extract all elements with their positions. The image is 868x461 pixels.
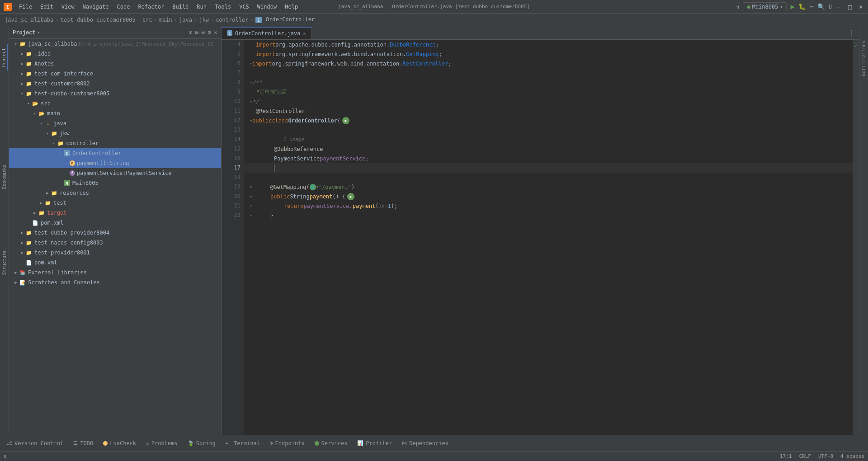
run-config-btn[interactable]: ● Main8005 ▾ (743, 2, 787, 11)
search-everywhere[interactable]: 🔍 (817, 3, 825, 10)
arrow-test[interactable]: ▶ (38, 201, 44, 205)
tab-close[interactable]: × (303, 31, 306, 36)
tab-more-btn[interactable]: ⋮ (844, 28, 859, 37)
arrow-java[interactable]: ▾ (38, 121, 44, 126)
vcs-icon[interactable]: ⇅ (736, 4, 739, 10)
breadcrumb-java[interactable]: java (179, 17, 192, 23)
collapse-icon[interactable]: ⊟ (202, 29, 205, 36)
tree-pom-root[interactable]: 📄 pom.xml (9, 258, 221, 268)
menu-view[interactable]: View (58, 3, 78, 11)
menu-navigate[interactable]: Navigate (79, 3, 113, 11)
tree-resources[interactable]: ▶ 📁 resources (9, 188, 221, 198)
breadcrumb-main[interactable]: main (159, 17, 172, 23)
close-btn[interactable]: × (857, 3, 864, 10)
arrow-jkw[interactable]: ▾ (44, 131, 51, 136)
tree-src[interactable]: ▾ 📂 src (9, 99, 221, 108)
project-chevron[interactable]: ▾ (38, 30, 40, 35)
minimize-btn[interactable]: − (835, 3, 843, 10)
tree-provider8001[interactable]: ▶ 📁 test-provider8001 (9, 248, 221, 258)
breadcrumb-module[interactable]: test-dubbo-customer8005 (61, 17, 136, 23)
menu-vcs[interactable]: VCS (236, 3, 253, 11)
debug-button[interactable]: 🐛 (798, 3, 806, 10)
arrow-controller[interactable]: ▾ (51, 141, 57, 146)
breadcrumb-src[interactable]: src (142, 17, 152, 23)
arrow-main[interactable]: ▾ (32, 111, 38, 116)
right-scroll-gutter[interactable]: ✓ (853, 40, 859, 435)
tree-test[interactable]: ▶ 📁 test (9, 198, 221, 208)
menu-tools[interactable]: Tools (211, 3, 235, 11)
tree-com-interface[interactable]: ▶ 📁 test-com-interface (9, 69, 221, 79)
menu-refactor[interactable]: Refactor (134, 3, 168, 11)
git-icon[interactable]: ⇅ (4, 453, 7, 459)
arrow-anotes[interactable]: ▶ (19, 61, 25, 66)
tab-dependencies[interactable]: ⋈ Dependencies (397, 437, 453, 450)
arrow-customer8002[interactable]: ▶ (19, 81, 25, 86)
code-content[interactable]: import org.apache.dubbo.config.annotatio… (244, 40, 853, 435)
tab-terminal[interactable]: ▸_ Terminal (221, 437, 264, 450)
arrow-target[interactable]: ▶ (32, 211, 38, 215)
arrow-com-interface[interactable]: ▶ (19, 71, 25, 76)
tab-luacheck[interactable]: LuaCheck (99, 437, 141, 450)
breadcrumb-jkw[interactable]: jkw (199, 17, 209, 23)
arrow-provider8004[interactable]: ▶ (19, 230, 25, 235)
menu-run[interactable]: Run (193, 3, 210, 11)
menu-help[interactable]: Help (281, 3, 302, 11)
tab-services[interactable]: Services (310, 437, 352, 450)
locate-icon[interactable]: ⊙ (189, 29, 193, 36)
left-tab-bookmarks[interactable]: Bookmarks (1, 161, 8, 193)
tab-problems[interactable]: ⚠ Problems (142, 437, 182, 450)
maximize-btn[interactable]: □ (846, 3, 854, 10)
tab-order-controller[interactable]: C OrderController.java × (222, 27, 312, 39)
breadcrumb-class[interactable]: C OrderController (255, 16, 315, 23)
arrow-provider8001[interactable]: ▶ (19, 250, 25, 255)
tree-payment-service-field[interactable]: f paymentService:PaymentService (9, 168, 221, 178)
arrow-nacos8003[interactable]: ▶ (19, 240, 25, 245)
arrow-external-libs[interactable]: ▶ (13, 270, 19, 275)
tree-target[interactable]: ▶ 📁 target (9, 208, 221, 218)
tree-dubbo-customer8005[interactable]: ▾ 📁 test-dubbo-customer8005 (9, 89, 221, 99)
tree-pom-dubbo[interactable]: 📄 pom.xml (9, 218, 221, 228)
arrow-src[interactable]: ▾ (25, 101, 32, 106)
tree-provider8004[interactable]: ▶ 📁 test-dubbo-provider8004 (9, 228, 221, 238)
arrow-idea[interactable]: ▶ (19, 52, 25, 56)
tree-scratches[interactable]: ▶ 📝 Scratches and Consoles (9, 278, 221, 287)
tree-idea[interactable]: ▶ 📁 .idea (9, 49, 221, 59)
menu-window[interactable]: Window (254, 3, 280, 11)
tree-jkw[interactable]: ▾ 📁 jkw (9, 128, 221, 138)
tree-order-controller[interactable]: ▾ C OrderController (9, 148, 221, 158)
tree-customer8002[interactable]: ▶ 📁 test-customer8002 (9, 79, 221, 89)
tree-anotes[interactable]: ▶ 📁 Anotes (9, 59, 221, 69)
tree-root[interactable]: ▾ 📁 java_sc_alibaba D:\A_projects\java_3… (9, 39, 221, 49)
menu-build[interactable]: Build (169, 3, 192, 11)
tab-spring[interactable]: 🍃 Spring (183, 437, 220, 450)
tree-controller[interactable]: ▾ 📁 controller (9, 138, 221, 148)
menu-edit[interactable]: Edit (37, 3, 57, 11)
arrow-root[interactable]: ▾ (13, 42, 19, 46)
project-dropdown[interactable]: Project ▾ (13, 29, 40, 36)
menu-code[interactable]: Code (113, 3, 134, 11)
arrow-scratches[interactable]: ▶ (13, 280, 19, 285)
toolbar-more[interactable]: ⋯ (809, 2, 814, 11)
close-panel-icon[interactable]: × (214, 29, 217, 36)
breadcrumb-controller[interactable]: controller (216, 17, 248, 23)
tab-endpoints[interactable]: ⊕ Endpoints (265, 437, 309, 450)
tree-nacos8003[interactable]: ▶ 📁 test-nacos-config8003 (9, 238, 221, 248)
left-tab-structure[interactable]: Structure (1, 247, 8, 278)
tree-external-libs[interactable]: ▶ 📚 External Libraries (9, 268, 221, 278)
line-sep-indicator[interactable]: CRLF (799, 453, 811, 459)
run-button[interactable]: ▶ (790, 2, 795, 11)
tab-todo[interactable]: ☰ TODO (69, 437, 98, 450)
user-avatar[interactable]: U (829, 4, 832, 10)
code-line-17[interactable] (244, 163, 853, 173)
right-tab-notifications[interactable]: Notifications (860, 37, 867, 80)
expand-icon[interactable]: ⊞ (195, 29, 199, 36)
line-col-indicator[interactable]: 17:1 (780, 453, 792, 459)
tab-version-control[interactable]: ⎇ Version Control (2, 437, 68, 450)
encoding-indicator[interactable]: UTF-8 (818, 453, 833, 459)
tab-profiler[interactable]: 📊 Profiler (353, 437, 396, 450)
tree-java[interactable]: ▾ ☕ java (9, 118, 221, 128)
settings-icon[interactable]: ⚙ (208, 29, 211, 36)
breadcrumb-root[interactable]: java_sc_alibaba (5, 17, 53, 23)
menu-file[interactable]: File (15, 3, 36, 11)
indent-indicator[interactable]: 4 spaces (840, 453, 864, 459)
